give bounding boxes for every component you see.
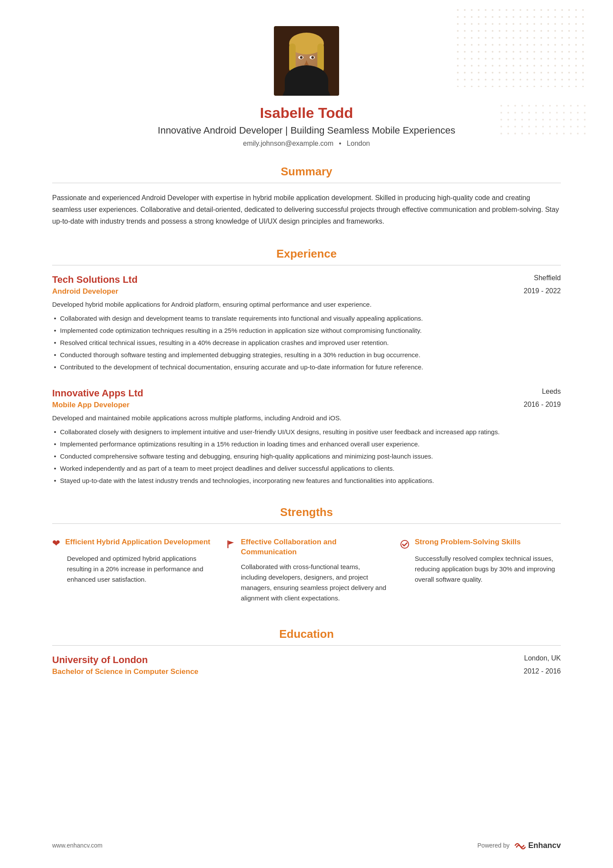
list-item: Contributed to the development of techni… [52, 362, 561, 372]
job-2: Innovative Apps Ltd Leeds Mobile App Dev… [52, 388, 561, 486]
email: emily.johnson@example.com [243, 140, 333, 147]
svg-rect-1 [456, 9, 587, 87]
enhancv-icon [513, 840, 526, 851]
edu-1-header: University of London London, UK [52, 654, 561, 666]
list-item: Implemented performance optimizations re… [52, 439, 561, 449]
contact-info: emily.johnson@example.com • London [243, 140, 370, 147]
experience-divider [52, 265, 561, 265]
candidate-title: Innovative Android Developer | Building … [158, 125, 455, 136]
experience-section: Experience Tech Solutions Ltd Sheffield … [52, 247, 561, 486]
enhancv-brand: Enhancv [528, 841, 561, 850]
education-divider [52, 645, 561, 646]
footer-powered-by: Powered by Enhancv [477, 840, 561, 851]
list-item: Worked independently and as part of a te… [52, 463, 561, 474]
strengths-section: Strengths ❤ Efficient Hybrid Application… [52, 506, 561, 608]
location: London [347, 140, 370, 147]
svg-rect-14 [227, 540, 229, 548]
strength-3: Strong Problem-Solving Skills Successful… [400, 537, 561, 604]
edu-dates: 2012 - 2016 [524, 667, 561, 676]
list-item: Collaborated with design and development… [52, 313, 561, 324]
svg-point-12 [300, 56, 303, 59]
check-icon [400, 538, 410, 549]
heart-icon: ❤ [52, 538, 60, 549]
list-item: Stayed up-to-date with the latest indust… [52, 476, 561, 486]
strength-1: ❤ Efficient Hybrid Application Developme… [52, 537, 213, 604]
job-2-location: Leeds [542, 388, 561, 395]
footer-website: www.enhancv.com [52, 842, 103, 849]
strength-1-header: ❤ Efficient Hybrid Application Developme… [52, 537, 213, 549]
job-1-header: Tech Solutions Ltd Sheffield [52, 274, 561, 285]
svg-point-15 [401, 540, 409, 548]
powered-by-label: Powered by [477, 842, 510, 849]
company-2-name: Innovative Apps Ltd [52, 388, 143, 399]
job-1-bullets: Collaborated with design and development… [52, 313, 561, 372]
job-1: Tech Solutions Ltd Sheffield Android Dev… [52, 274, 561, 372]
job-1-location: Sheffield [534, 274, 561, 282]
strength-2: Effective Collaboration and Communicatio… [226, 537, 387, 604]
strength-2-title: Effective Collaboration and Communicatio… [241, 537, 387, 558]
strengths-divider [52, 523, 561, 524]
dot-decoration-top [456, 9, 587, 87]
strength-2-header: Effective Collaboration and Communicatio… [226, 537, 387, 558]
svg-rect-5 [297, 72, 316, 96]
job-1-subtitle: Android Developer 2019 - 2022 [52, 287, 561, 296]
summary-divider [52, 183, 561, 183]
list-item: Collaborated closely with designers to i… [52, 427, 561, 437]
job-2-header: Innovative Apps Ltd Leeds [52, 388, 561, 399]
svg-rect-3 [500, 104, 587, 139]
list-item: Resolved critical technical issues, resu… [52, 338, 561, 348]
summary-text: Passionate and experienced Android Devel… [52, 192, 561, 228]
job-2-bullets: Collaborated closely with designers to i… [52, 427, 561, 486]
candidate-name: Isabelle Todd [260, 104, 353, 121]
dot-decoration-mid [500, 104, 587, 139]
contact-separator: • [339, 140, 342, 147]
list-item: Implemented code optimization techniques… [52, 325, 561, 336]
strength-2-desc: Collaborated with cross-functional teams… [226, 562, 387, 603]
strengths-grid: ❤ Efficient Hybrid Application Developme… [52, 533, 561, 608]
strength-1-title: Efficient Hybrid Application Development [65, 537, 210, 547]
company-1-name: Tech Solutions Ltd [52, 274, 137, 285]
job-1-desc: Developed hybrid mobile applications for… [52, 299, 561, 310]
institution-name: University of London [52, 654, 148, 666]
experience-title: Experience [52, 247, 561, 261]
education-section: Education University of London London, U… [52, 627, 561, 676]
strength-3-desc: Successfully resolved complex technical … [400, 553, 561, 585]
avatar-image [274, 26, 339, 96]
strengths-title: Strengths [52, 506, 561, 519]
edu-degree: Bachelor of Science in Computer Science [52, 667, 198, 676]
page-footer: www.enhancv.com Powered by Enhancv [52, 840, 561, 851]
resume-page: Isabelle Todd Innovative Android Develop… [0, 0, 613, 868]
svg-rect-8 [289, 44, 296, 72]
job-2-desc: Developed and maintained mobile applicat… [52, 413, 561, 423]
strength-1-desc: Developed and optimized hybrid applicati… [52, 553, 213, 585]
enhancv-logo: Enhancv [513, 840, 561, 851]
svg-point-13 [311, 56, 314, 59]
list-item: Conducted thorough software testing and … [52, 350, 561, 360]
job-2-subtitle: Mobile App Developer 2016 - 2019 [52, 401, 561, 409]
list-item: Conducted comprehensive software testing… [52, 451, 561, 462]
flag-icon [226, 538, 236, 549]
strength-3-header: Strong Problem-Solving Skills [400, 537, 561, 549]
edu-1-subtitle: Bachelor of Science in Computer Science … [52, 667, 561, 676]
strength-3-title: Strong Problem-Solving Skills [415, 537, 521, 547]
summary-section: Summary Passionate and experienced Andro… [52, 165, 561, 228]
job-1-role: Android Developer [52, 287, 118, 296]
svg-rect-9 [317, 44, 324, 72]
avatar [274, 26, 339, 96]
summary-title: Summary [52, 165, 561, 178]
education-title: Education [52, 627, 561, 641]
edu-location: London, UK [524, 654, 561, 666]
job-1-dates: 2019 - 2022 [524, 287, 561, 296]
job-2-dates: 2016 - 2019 [524, 401, 561, 409]
job-2-role: Mobile App Developer [52, 401, 130, 409]
